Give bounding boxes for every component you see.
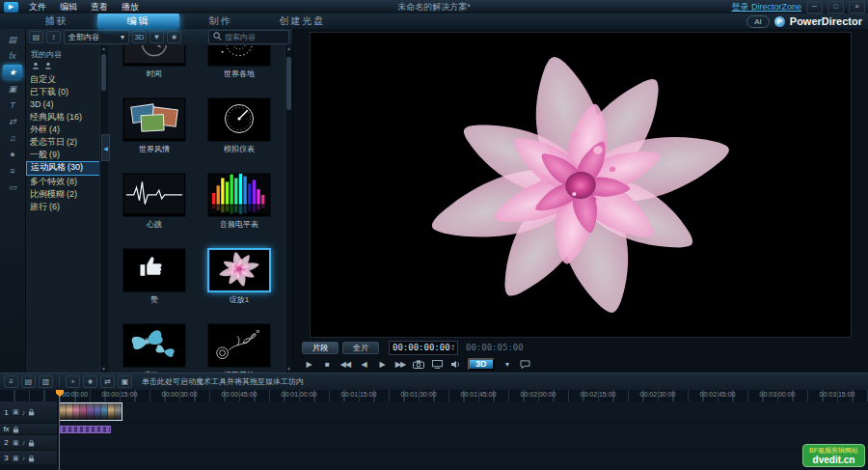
effect-item-音频电平表[interactable]: 音频电平表 <box>197 173 282 231</box>
pip-objects-room-icon[interactable]: ▣ <box>3 81 22 96</box>
menu-3[interactable]: 播放 <box>115 0 146 14</box>
lock-icon[interactable] <box>28 408 35 416</box>
track-header-fx[interactable]: fx <box>0 424 58 434</box>
category-item-已下载[interactable]: 已下载(0) <box>26 86 107 98</box>
effect-item-指甲花纹[interactable]: 指甲花纹 <box>197 323 282 373</box>
category-item-运动风格[interactable]: 运动风格(30) <box>26 161 107 176</box>
lock-icon[interactable] <box>28 439 35 447</box>
step-forward-button[interactable]: ▶ <box>376 357 388 371</box>
track-lane-3[interactable] <box>58 451 868 465</box>
sort-icon[interactable]: ↕ <box>46 31 61 43</box>
panel-collapse-handle[interactable]: ◀ <box>101 134 110 161</box>
video-icon[interactable]: ▣ <box>13 455 19 462</box>
login-directorzone-link[interactable]: 登录 DirectorZone <box>731 1 801 14</box>
track-header-2[interactable]: 2▣♪ <box>0 435 58 450</box>
effect-item-世界风情[interactable]: 世界风情 <box>112 97 197 155</box>
scroll-down-icon[interactable]: ▼ <box>285 366 292 373</box>
scrollbar-thumb[interactable] <box>101 54 106 91</box>
close-button[interactable]: × <box>849 1 865 14</box>
category-item-多个特效[interactable]: 多个特效(8) <box>26 176 107 188</box>
select-display-button[interactable] <box>431 357 443 371</box>
previous-frame-button[interactable]: ◀◀ <box>339 357 351 371</box>
category-item-经典风格[interactable]: 经典风格(16) <box>26 111 107 124</box>
audio-icon[interactable]: ♪ <box>22 409 26 416</box>
next-frame-button[interactable]: ▶▶ <box>394 357 406 371</box>
tab-捕获[interactable]: 捕获 <box>15 14 97 29</box>
comment-button[interactable] <box>520 357 531 371</box>
effect-item-世界各地[interactable]: 世界各地 <box>197 45 282 80</box>
effect-item-心跳[interactable]: 心跳 <box>112 173 197 231</box>
title-room-icon[interactable]: T <box>3 97 22 112</box>
video-icon[interactable]: ▣ <box>13 408 19 416</box>
step-back-button[interactable]: ◀ <box>358 357 369 371</box>
chapter-room-icon[interactable]: ≡ <box>3 163 22 178</box>
track-lane-fx[interactable] <box>58 424 868 434</box>
track-manager-icon[interactable]: + <box>66 375 80 388</box>
timeline-view-icon[interactable]: ≡ <box>4 375 18 388</box>
audio-view-icon[interactable]: ▥ <box>39 375 53 388</box>
category-scrollbar[interactable]: ▲ ▼ <box>99 45 107 373</box>
storyboard-view-icon[interactable]: ▤ <box>21 375 36 388</box>
video-icon[interactable]: ▣ <box>13 439 19 447</box>
menu-2[interactable]: 查看 <box>84 0 115 14</box>
effect-item-赞[interactable]: 赞 <box>112 248 197 306</box>
category-item-3D[interactable]: 3D(4) <box>26 98 107 111</box>
track-header-1[interactable]: 1▣♪ <box>0 401 58 423</box>
category-item-一般[interactable]: 一般(9) <box>26 149 107 161</box>
stop-button[interactable]: ■ <box>321 357 333 371</box>
category-item-比例模糊[interactable]: 比例模糊(2) <box>26 188 107 201</box>
magic-tools-icon[interactable]: ★ <box>83 375 97 388</box>
tab-制作[interactable]: 制作 <box>179 14 261 29</box>
effect-item-绽放 2[interactable]: 绽放 2 <box>112 323 197 373</box>
track-header-3[interactable]: 3▣♪ <box>0 451 58 465</box>
display-mode-icon[interactable]: ▤ <box>29 31 43 43</box>
favorite-icon[interactable]: ★ <box>167 31 181 43</box>
category-item-自定义[interactable]: 自定义 <box>26 73 107 86</box>
transition-room-icon[interactable]: ⇄ <box>3 114 22 128</box>
category-item-爱恋节日[interactable]: 爱恋节日(2) <box>26 136 107 149</box>
timecode-spinner[interactable]: ▲▼ <box>452 344 454 351</box>
audio-icon[interactable]: ♪ <box>22 439 26 446</box>
directorzone-user-icon[interactable] <box>32 62 40 69</box>
filter-3d-icon[interactable]: 3D <box>132 31 147 43</box>
clip-mode-button[interactable]: 片段 <box>302 342 339 354</box>
effect-room-icon[interactable]: fx <box>3 48 22 63</box>
3d-options-button[interactable]: ▾ <box>502 357 513 371</box>
subtitle-room-icon[interactable]: ▭ <box>3 180 22 194</box>
playhead-line[interactable] <box>59 390 60 470</box>
audio-mixing-room-icon[interactable]: ♫ <box>3 130 22 145</box>
menu-0[interactable]: 文件 <box>22 0 53 14</box>
downloaded-user-icon[interactable] <box>44 62 52 69</box>
effect-item-时间[interactable]: 时间 <box>112 45 197 80</box>
maximize-button[interactable]: □ <box>827 1 844 14</box>
volume-button[interactable] <box>449 357 461 371</box>
scroll-up-icon[interactable]: ▲ <box>100 45 107 52</box>
snapshot-button[interactable] <box>413 357 424 371</box>
grid-scrollbar[interactable]: ▲ ▼ <box>285 45 292 373</box>
timecode-field[interactable]: 00:00:00:00 ▲▼ <box>389 341 458 355</box>
movie-mode-button[interactable]: 全片 <box>342 342 379 354</box>
range-select-icon[interactable]: ⇄ <box>100 375 115 388</box>
minimize-button[interactable]: ─ <box>806 1 823 14</box>
category-item-外框[interactable]: 外框(4) <box>26 124 107 136</box>
preview-video[interactable] <box>310 32 852 338</box>
effect-item-模拟仪表[interactable]: 模拟仪表 <box>197 97 282 155</box>
download-icon[interactable]: ▼ <box>149 31 164 43</box>
effect-item-绽放1[interactable]: 绽放1 <box>197 248 282 306</box>
particle-room-icon[interactable]: ★ <box>3 65 22 79</box>
content-filter-dropdown[interactable]: 全部内容▾ <box>64 30 129 44</box>
category-item-旅行[interactable]: 旅行(6) <box>26 201 107 213</box>
lock-icon[interactable] <box>13 426 19 433</box>
lock-icon[interactable] <box>28 455 35 462</box>
track-lane-1[interactable] <box>58 401 868 423</box>
tab-编辑[interactable]: 编辑 <box>97 14 179 29</box>
scroll-up-icon[interactable]: ▲ <box>285 45 292 52</box>
search-input[interactable]: 搜索内容 <box>208 30 289 44</box>
fx-clip[interactable] <box>59 426 111 433</box>
video-clip[interactable] <box>59 402 122 421</box>
scrollbar-thumb[interactable] <box>286 57 291 110</box>
tab-创建光盘[interactable]: 创建光盘 <box>261 14 343 29</box>
play-button[interactable]: ▶ <box>303 357 314 371</box>
menu-1[interactable]: 编辑 <box>53 0 84 14</box>
scroll-down-icon[interactable]: ▼ <box>100 366 107 373</box>
